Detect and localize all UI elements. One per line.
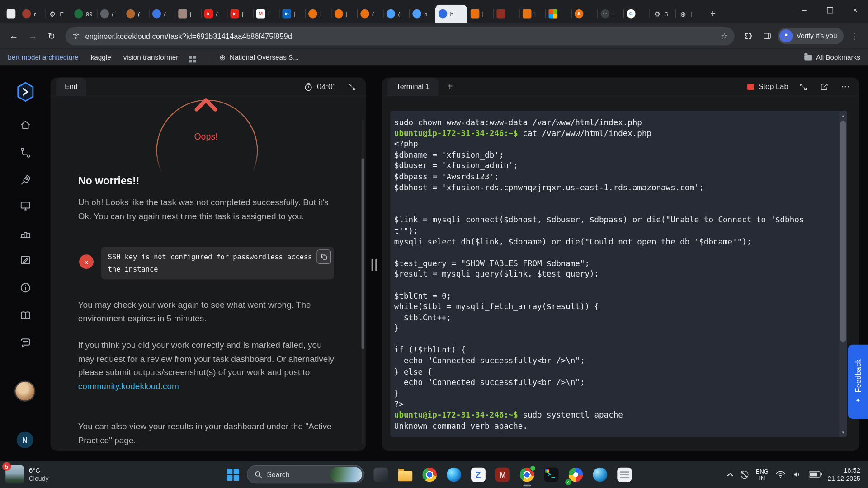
- wifi-icon[interactable]: [776, 470, 786, 479]
- site-tab[interactable]: ⊕|: [675, 5, 702, 23]
- minimize-button[interactable]: –: [792, 0, 817, 20]
- pinned-site-tab[interactable]: [3, 5, 19, 23]
- extensions-icon[interactable]: [740, 28, 757, 44]
- youtube-tab[interactable]: ▶(: [201, 5, 227, 23]
- file-explorer-taskbar-button[interactable]: [393, 462, 417, 487]
- add-terminal-button[interactable]: +: [447, 81, 453, 92]
- stop-lab-button[interactable]: Stop Lab: [747, 82, 788, 90]
- info-icon[interactable]: [19, 281, 32, 294]
- do-not-disturb-icon[interactable]: [741, 470, 749, 478]
- bookmark-site-link[interactable]: ⊕ National Overseas S...: [219, 53, 299, 62]
- weather-widget[interactable]: 5 6°C Cloudy: [0, 465, 49, 483]
- url-text[interactable]: engineer.kodekloud.com/task?id=691b31414…: [85, 32, 716, 40]
- language-indicator[interactable]: ENG IN: [756, 468, 769, 481]
- kodekloud-engineer-tab[interactable]: h: [435, 5, 467, 23]
- side-panel-icon[interactable]: [759, 28, 775, 44]
- aws-tab[interactable]: (: [357, 5, 383, 23]
- taskbar-search[interactable]: Search: [247, 465, 364, 483]
- close-button[interactable]: ×: [843, 0, 868, 20]
- open-in-new-icon[interactable]: [818, 80, 830, 93]
- path-icon[interactable]: [19, 146, 32, 159]
- site-tab[interactable]: (: [149, 5, 175, 23]
- site-r-tab[interactable]: r: [19, 5, 45, 23]
- terminal-scrollbar[interactable]: ▲ ▼: [839, 111, 847, 437]
- end-tab[interactable]: End: [56, 77, 87, 96]
- gmail-tab[interactable]: M|: [253, 5, 279, 23]
- volume-icon[interactable]: [793, 470, 802, 479]
- settings-site-tab[interactable]: ⚙S: [649, 5, 675, 23]
- user-initial-badge[interactable]: N: [17, 432, 33, 448]
- bookmark-star-icon[interactable]: ☆: [721, 32, 728, 41]
- leaderboard-icon[interactable]: [19, 227, 32, 240]
- scroll-up-arrow[interactable]: ▲: [839, 112, 847, 119]
- site-info-icon[interactable]: [72, 32, 80, 40]
- battery-icon[interactable]: [809, 471, 821, 477]
- start-button[interactable]: [224, 465, 243, 484]
- linkedin-tab[interactable]: in|: [279, 5, 305, 23]
- z-taskbar-button[interactable]: Z: [466, 462, 491, 487]
- edge-taskbar-button[interactable]: [442, 462, 466, 487]
- chat-icon[interactable]: [19, 336, 32, 349]
- forward-button[interactable]: →: [24, 28, 41, 44]
- terminal-menu-icon[interactable]: ⋯: [839, 80, 851, 93]
- taskbar-clock[interactable]: 16:52 21-12-2025: [828, 466, 860, 483]
- terminal-scrollbar-thumb[interactable]: [840, 121, 846, 342]
- feedback-button[interactable]: Feedback ✦: [848, 345, 868, 419]
- monitor-icon[interactable]: [19, 199, 32, 212]
- notes-taskbar-button[interactable]: [612, 462, 637, 487]
- terminal-window[interactable]: sudo chown www-data:www-data /var/www/ht…: [390, 111, 847, 437]
- microsoft-site-tab[interactable]: [545, 5, 571, 23]
- rocket-icon[interactable]: [19, 173, 32, 186]
- task-panel-scrollbar[interactable]: [362, 119, 364, 444]
- site-tab[interactable]: |: [175, 5, 201, 23]
- new-tab-button[interactable]: +: [706, 7, 720, 21]
- gallery-taskbar-button[interactable]: [369, 462, 393, 487]
- all-bookmarks-button[interactable]: All Bookmarks: [804, 53, 860, 61]
- apps-grid-icon[interactable]: [189, 56, 192, 59]
- site-tab[interactable]: [493, 5, 519, 23]
- feedback-note-icon[interactable]: [19, 253, 32, 267]
- site-tab[interactable]: ⋯:: [597, 5, 623, 23]
- chat-taskbar-button[interactable]: ✓: [564, 462, 588, 487]
- panel-resize-handle[interactable]: [370, 258, 379, 272]
- m-taskbar-button[interactable]: M: [491, 462, 515, 487]
- maximize-button[interactable]: [817, 0, 842, 20]
- bookmark-item[interactable]: kaggle: [91, 53, 111, 61]
- back-button[interactable]: ←: [5, 28, 22, 44]
- book-icon[interactable]: [19, 309, 32, 322]
- task-panel-scrollbar-thumb[interactable]: [362, 158, 364, 349]
- address-bar[interactable]: engineer.kodekloud.com/task?id=691b31414…: [65, 27, 734, 45]
- tray-chevron-up-icon[interactable]: [727, 472, 734, 477]
- kodekloud-logo-icon[interactable]: [14, 81, 37, 103]
- notifications-site-tab[interactable]: 99+ (: [71, 5, 97, 23]
- site-tab[interactable]: (: [97, 5, 123, 23]
- terminal-taskbar-button[interactable]: >_: [539, 462, 564, 487]
- chrome-taskbar-button[interactable]: [417, 462, 442, 487]
- bookmark-item[interactable]: bert model architecture: [8, 53, 79, 61]
- google-tab[interactable]: G: [623, 5, 650, 23]
- browser-menu-icon[interactable]: ⋮: [846, 28, 863, 44]
- aws-tab[interactable]: |: [305, 5, 331, 23]
- profile-chip[interactable]: Verify it's you: [778, 28, 844, 44]
- community-link[interactable]: community.kodekloud.com: [78, 381, 179, 390]
- home-icon[interactable]: [19, 118, 32, 131]
- aws-docs-tab[interactable]: |: [467, 5, 493, 23]
- swirl-taskbar-button[interactable]: [588, 462, 612, 487]
- site-tab[interactable]: (: [123, 5, 149, 23]
- stackoverflow-tab[interactable]: S: [571, 5, 598, 23]
- settings-site-tab[interactable]: ⚙E: [45, 5, 71, 23]
- youtube-tab[interactable]: ▶|: [227, 5, 253, 23]
- aws-tab[interactable]: |: [331, 5, 357, 23]
- chrome-profile-taskbar-button[interactable]: [515, 462, 539, 487]
- kodekloud-tab[interactable]: (: [383, 5, 409, 23]
- expand-panel-icon[interactable]: [346, 80, 358, 93]
- bookmark-item[interactable]: vision transformer: [123, 53, 179, 61]
- reload-button[interactable]: ↻: [43, 28, 60, 44]
- copy-button[interactable]: [316, 249, 331, 264]
- expand-terminal-icon[interactable]: [797, 80, 809, 93]
- search-highlight-image[interactable]: [330, 467, 362, 482]
- terminal-tab[interactable]: Terminal 1: [387, 77, 439, 96]
- user-avatar[interactable]: [15, 382, 34, 401]
- aws-docs-tab[interactable]: |: [519, 5, 546, 23]
- scroll-down-arrow[interactable]: ▼: [839, 428, 847, 436]
